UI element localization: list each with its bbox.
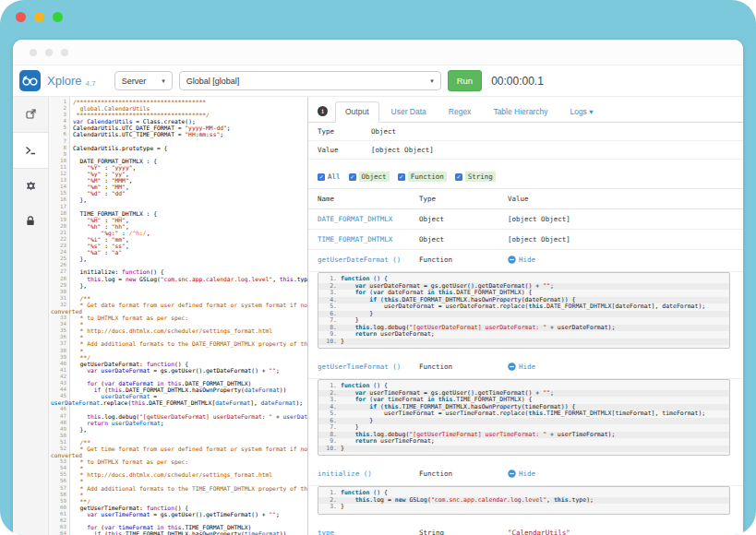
source-line-code: return userDateFormat; bbox=[341, 330, 435, 338]
editor-line: 57 * Add additional formats to the TIME_… bbox=[49, 485, 307, 492]
editor-line: 38 * bbox=[49, 348, 307, 354]
code-token: "" bbox=[269, 367, 276, 374]
code-token: ( bbox=[98, 524, 105, 530]
tab-regex[interactable]: Regex bbox=[438, 101, 482, 123]
editor-line-code: }, bbox=[73, 256, 87, 262]
line-number: 21 bbox=[49, 230, 66, 236]
result-type: Object bbox=[419, 235, 508, 244]
code-token: , bbox=[546, 496, 554, 504]
editor-line-code: converted bbox=[51, 452, 82, 458]
filter-string[interactable]: ✓String bbox=[455, 172, 496, 182]
meta-value: [object Object] bbox=[371, 146, 743, 154]
editor-line-code: * Add additional formats to the TIME_FOR… bbox=[73, 485, 308, 492]
editor-line: 61 var userTimeFormat = gs.getUser().get… bbox=[49, 511, 307, 517]
checkbox-function[interactable]: ✓ bbox=[398, 173, 405, 181]
line-number: 47 bbox=[49, 413, 66, 420]
source-line: 10.} bbox=[318, 339, 729, 346]
sidebar-button-terminal[interactable] bbox=[13, 132, 48, 169]
checkbox-all[interactable]: ✓ bbox=[318, 173, 325, 181]
sidebar-button-gear[interactable] bbox=[13, 169, 48, 204]
code-token: "%d" bbox=[87, 190, 101, 196]
editor-line-code: return userDateFormat; bbox=[73, 420, 164, 426]
code-token: , bbox=[126, 184, 129, 190]
filter-object[interactable]: ✓Object bbox=[349, 172, 390, 182]
code-token: "%M" bbox=[87, 177, 101, 184]
filter-function[interactable]: ✓Function bbox=[398, 172, 447, 182]
result-name-link[interactable]: initialize () bbox=[318, 470, 419, 480]
window-dot bbox=[61, 49, 68, 56]
result-value: [object Object] bbox=[508, 215, 741, 223]
editor-line: 34 * bbox=[49, 321, 307, 327]
code-token: "HH:mm:ss" bbox=[185, 131, 220, 137]
line-number: 9 bbox=[49, 151, 66, 158]
checkbox-object[interactable]: ✓ bbox=[349, 173, 356, 181]
code-token: = gs.getUser().getTimeFormat() + bbox=[150, 511, 269, 517]
result-row: initialize ()Function Hide bbox=[308, 464, 743, 486]
line-number: 5 bbox=[49, 125, 66, 131]
editor-line: 40 getUserDateFormat: function() { bbox=[49, 361, 307, 367]
code-token: * Get date format from user defined form… bbox=[73, 302, 308, 308]
results-panel: i OutputUser DataRegexTable HierarchyLog… bbox=[308, 97, 743, 535]
results-scroll-area[interactable]: TypeObjectValue[object Object] ✓All✓Obje… bbox=[308, 123, 743, 535]
minimize-window-button[interactable] bbox=[34, 12, 44, 22]
result-meta-row: Value[object Object] bbox=[308, 141, 743, 160]
code-token: ; bbox=[227, 125, 231, 131]
execution-timer: 00:00:00.1 bbox=[491, 75, 544, 88]
result-name-link[interactable]: getUserDateFormat () bbox=[318, 256, 419, 266]
maximize-window-button[interactable] bbox=[53, 12, 63, 22]
sidebar-button-open-new-window[interactable] bbox=[13, 97, 48, 132]
hide-toggle[interactable]: Hide bbox=[508, 470, 535, 478]
code-token: this bbox=[108, 386, 122, 393]
code-token: : bbox=[101, 171, 111, 177]
tab-logs[interactable]: Logs ▾ bbox=[559, 101, 603, 123]
close-window-button[interactable] bbox=[16, 12, 26, 22]
tab-user-data[interactable]: User Data bbox=[381, 101, 437, 123]
application-scope-select[interactable]: Global [global] ▾ bbox=[179, 71, 441, 90]
sidebar-button-lock[interactable] bbox=[13, 204, 48, 239]
line-number: 37 bbox=[49, 340, 66, 347]
tab-table-hierarchy[interactable]: Table Hierarchy bbox=[483, 101, 558, 123]
line-number: 64 bbox=[49, 530, 66, 535]
code-token bbox=[73, 230, 101, 236]
editor-line: 7 bbox=[49, 138, 307, 145]
code-token: ; bbox=[220, 131, 223, 137]
code-token: userDateFormat bbox=[112, 420, 161, 426]
checkbox-string[interactable]: ✓ bbox=[455, 173, 462, 181]
code-token: var bbox=[87, 511, 97, 517]
code-token: this bbox=[167, 380, 181, 386]
code-token: userDateFormat bbox=[101, 367, 150, 374]
filter-all[interactable]: ✓All bbox=[318, 172, 341, 181]
code-token bbox=[73, 276, 87, 282]
editor-line-code: var CalendarUtils = Class.create(); bbox=[73, 118, 196, 125]
code-token: function bbox=[147, 361, 174, 367]
code-token: return bbox=[87, 420, 108, 426]
editor-line-code: * bbox=[73, 321, 83, 327]
editor-line: 45 userDateFormat = bbox=[49, 393, 307, 399]
result-name-link[interactable]: DATE_FORMAT_DHTMLX bbox=[318, 215, 419, 223]
result-name-link[interactable]: getUserTimeFormat () bbox=[318, 363, 419, 373]
line-number: 6 bbox=[49, 131, 66, 137]
window-controls bbox=[16, 12, 63, 22]
editor-line: 4var CalendarUtils = Class.create(); bbox=[49, 118, 307, 125]
code-token: function bbox=[147, 505, 174, 511]
code-token: : bbox=[118, 230, 128, 236]
editor-line-code: * bbox=[73, 465, 83, 471]
browser-frame: Xplore 4.7 Server ▾ Global [global] ▾ Ru… bbox=[0, 0, 756, 535]
tab-output[interactable]: Output bbox=[335, 101, 379, 123]
editor-line-code: for (var timeFormat in this.TIME_FORMAT_… bbox=[73, 524, 251, 530]
editor-line: 47 this.log.debug("[getUserDateFormat] u… bbox=[49, 413, 307, 420]
hide-toggle[interactable]: Hide bbox=[508, 363, 535, 371]
editor-line: 31 /** bbox=[49, 295, 307, 302]
result-name-link[interactable]: TIME_FORMAT_DHTMLX bbox=[318, 235, 419, 244]
code-token: * bbox=[73, 465, 83, 471]
code-token: "ss" bbox=[112, 243, 126, 249]
result-name-link[interactable]: type bbox=[318, 529, 419, 535]
xplore-window: Xplore 4.7 Server ▾ Global [global] ▾ Ru… bbox=[13, 40, 743, 535]
info-icon[interactable]: i bbox=[318, 106, 328, 116]
code-token: ; bbox=[550, 389, 554, 397]
hide-toggle[interactable]: Hide bbox=[508, 256, 535, 264]
line-number: 18 bbox=[49, 210, 66, 217]
scope-select[interactable]: Server ▾ bbox=[114, 71, 173, 90]
code-editor[interactable]: 1/*************************************2… bbox=[49, 97, 308, 535]
run-button[interactable]: Run bbox=[448, 70, 482, 91]
